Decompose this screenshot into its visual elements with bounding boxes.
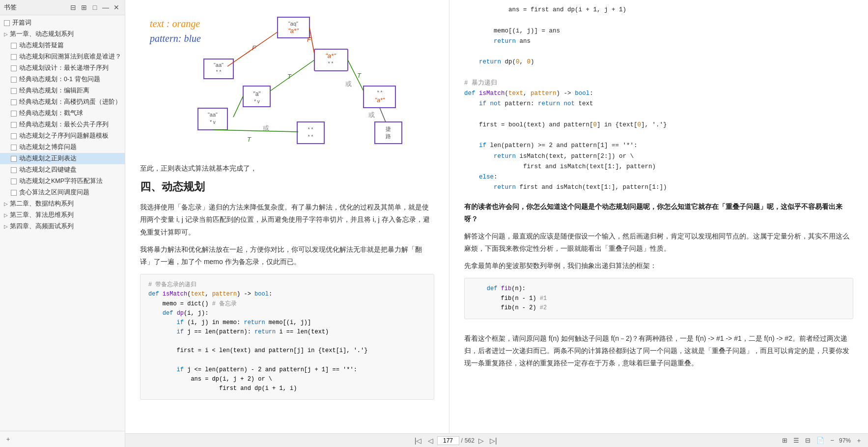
svg-text:T: T (287, 73, 292, 80)
checkbox-icon[interactable] (11, 179, 17, 184)
checkbox-icon[interactable] (11, 88, 17, 94)
svg-text:* *: * * (308, 127, 313, 132)
zoom-in-btn[interactable]: ＋ (855, 435, 863, 446)
checkbox-icon[interactable] (11, 122, 17, 128)
svg-text:* *: * * (377, 90, 382, 95)
sidebar-item-label: 第二章、数据结构系列 (10, 200, 74, 208)
checkbox-icon[interactable] (11, 77, 17, 83)
view-icon-3[interactable]: ⊟ (804, 436, 812, 445)
sidebar-item-label: 动态规划之子序列问题解题模板 (19, 132, 109, 140)
sidebar-item-label: 贪心算法之区间调度问题 (19, 188, 89, 197)
svg-line-34 (213, 130, 298, 132)
svg-rect-20 (375, 122, 402, 144)
sidebar-item-label: 第四章、高频面试系列 (10, 222, 74, 231)
sidebar-item-ch1-14[interactable]: 贪心算法之区间调度问题 (0, 187, 125, 198)
checkbox-icon[interactable] (4, 20, 10, 26)
svg-line-37 (380, 108, 386, 122)
sidebar-item-ch1-6[interactable]: 经典动态规划：高楼扔鸡蛋（进阶） (0, 96, 125, 108)
nav-last-btn[interactable]: ▷| (488, 436, 499, 446)
svg-text:T: T (357, 72, 362, 79)
right-para2: 解答这个问题，最直观的应该是随便假设一个输入，然后画递归树，肯定可以发现相同节点… (464, 230, 853, 255)
main-content: text : orange pattern: blue "aa" * * "aq… (125, 0, 868, 447)
sidebar-icons: ⊟ ⊞ □ — ✕ (69, 3, 121, 12)
svg-text:* *: * * (308, 134, 313, 140)
checkbox-icon[interactable] (11, 65, 17, 71)
sidebar-item-label: 经典动态规划：最长公共子序列 (19, 120, 109, 129)
sidebar-item-ch1-2[interactable]: 动态规划和回溯算法到底谁是谁进？ (0, 51, 125, 62)
svg-text:"aa": "aa" (207, 112, 217, 118)
arrow-icon: ▷ (4, 201, 8, 207)
svg-text:路: 路 (385, 133, 391, 139)
conclusion-text: 至此，正则表达式算法就基本完成了， (140, 162, 434, 175)
checkbox-icon[interactable] (11, 54, 17, 60)
checkbox-icon[interactable] (11, 111, 17, 117)
bottom-nav: |◁ ◁ / 562 ▷ ▷| (413, 436, 499, 446)
sidebar-footer: ＋ (0, 431, 125, 447)
svg-text:捷: 捷 (385, 126, 391, 132)
page-input[interactable] (437, 436, 459, 445)
sidebar-item-ch1-11[interactable]: 动态规划之正则表达 (0, 153, 125, 164)
doc-para1: 我选择使用「备忘录」递归的方法来降低复杂度。有了暴力解法，优化的过程及其简单，就… (140, 201, 434, 238)
sidebar-add-btn[interactable]: ＋ (4, 434, 12, 445)
nav-first-btn[interactable]: |◁ (413, 436, 424, 446)
sidebar-item-label: 动态规划之四键键盘 (19, 166, 77, 174)
nav-prev-btn[interactable]: ◁ (426, 436, 435, 446)
sidebar-item-kaipian[interactable]: 开篇词 (0, 17, 125, 29)
nav-next-btn[interactable]: ▷ (476, 436, 486, 446)
sidebar-item-label: 动态规划设计：最长递增子序列 (19, 64, 109, 72)
sidebar-item-label: 动态规划之KMP字符匹配算法 (19, 177, 103, 185)
svg-text:* *: * * (216, 69, 221, 75)
bottom-bar: |◁ ◁ / 562 ▷ ▷| ⊞ ☰ ⊟ 📄 − 97% ＋ (125, 433, 868, 447)
svg-text:或: 或 (368, 111, 375, 119)
sidebar-item-ch1-9[interactable]: 动态规划之子序列问题解题模板 (0, 130, 125, 142)
sidebar-item-label: 动态规划之博弈问题 (19, 143, 77, 151)
sidebar-item-ch1-4[interactable]: 经典动态规划：0-1 背包问题 (0, 74, 125, 85)
checkbox-icon[interactable] (11, 167, 17, 173)
sidebar-icon-3[interactable]: □ (90, 3, 99, 12)
doc-para2: 我将暴力解法和优化解法放在一起，方便你对比，你可以发现优化解法无非就是把暴力解「… (140, 243, 434, 268)
sidebar-icon-4[interactable]: — (101, 3, 110, 12)
zoom-out-btn[interactable]: − (829, 436, 835, 445)
arrow-icon: ▷ (4, 212, 8, 218)
doc-page[interactable]: text : orange pattern: blue "aa" * * "aq… (125, 0, 449, 433)
arrow-icon: ▷ (4, 31, 8, 37)
view-icon-1[interactable]: ⊞ (781, 436, 788, 445)
sidebar-item-ch1[interactable]: ▷第一章、动态规划系列 (0, 29, 125, 40)
svg-line-33 (233, 96, 243, 117)
sidebar-item-ch1-5[interactable]: 经典动态规划：编辑距离 (0, 85, 125, 96)
svg-text:"aq": "aq" (288, 21, 298, 27)
svg-text:"a*": "a*" (325, 52, 336, 60)
bottom-right: ⊞ ☰ ⊟ 📄 − 97% ＋ (781, 435, 863, 446)
checkbox-icon[interactable] (11, 43, 17, 49)
svg-text:"aa": "aa" (213, 62, 223, 68)
checkbox-icon[interactable] (11, 156, 17, 162)
sidebar-close[interactable]: ✕ (112, 3, 121, 12)
sidebar-item-ch3[interactable]: ▷第三章、算法思维系列 (0, 209, 125, 221)
sidebar-item-ch1-13[interactable]: 动态规划之KMP字符匹配算法 (0, 176, 125, 187)
sidebar-item-ch2[interactable]: ▷第二章、数据结构系列 (0, 198, 125, 209)
right-code-fib: def fib(n): fib(n - 1) #1 fib(n - 2) #2 (464, 278, 853, 319)
sidebar-item-ch1-12[interactable]: 动态规划之四键键盘 (0, 164, 125, 176)
right-para3: 先拿最简单的斐波那契数列举例，我们抽象出递归算法的框架： (464, 260, 853, 272)
svg-text:F: F (252, 44, 256, 52)
content-area: text : orange pattern: blue "aa" * * "aq… (125, 0, 868, 433)
sidebar-item-ch1-1[interactable]: 动态规划答疑篇 (0, 40, 125, 51)
view-icon-2[interactable]: ☰ (792, 436, 800, 445)
checkbox-icon[interactable] (11, 145, 17, 150)
sidebar-icon-2[interactable]: ⊞ (80, 3, 88, 12)
sidebar-item-ch1-8[interactable]: 经典动态规划：最长公共子序列 (0, 119, 125, 130)
sidebar-item-ch4[interactable]: ▷第四章、高频面试系列 (0, 221, 125, 232)
sidebar-item-ch1-10[interactable]: 动态规划之博弈问题 (0, 142, 125, 153)
sidebar-item-ch1-3[interactable]: 动态规划设计：最长递增子序列 (0, 62, 125, 74)
sidebar-icon-1[interactable]: ⊟ (69, 3, 78, 12)
right-page[interactable]: ans = first and dp(i + 1, j + 1) memo[(i… (449, 0, 868, 433)
checkbox-icon[interactable] (11, 190, 17, 196)
sidebar-item-ch1-7[interactable]: 经典动态规划：戳气球 (0, 108, 125, 119)
svg-text:* v: * v (254, 99, 260, 104)
checkbox-icon[interactable] (11, 99, 17, 105)
view-icon-4[interactable]: 📄 (815, 436, 825, 445)
sidebar-tree: 开篇词▷第一章、动态规划系列动态规划答疑篇动态规划和回溯算法到底谁是谁进？动态规… (0, 15, 125, 431)
sidebar-item-label: 动态规划答疑篇 (19, 41, 64, 50)
checkbox-icon[interactable] (11, 133, 17, 139)
svg-text:"a*": "a*" (288, 27, 299, 34)
